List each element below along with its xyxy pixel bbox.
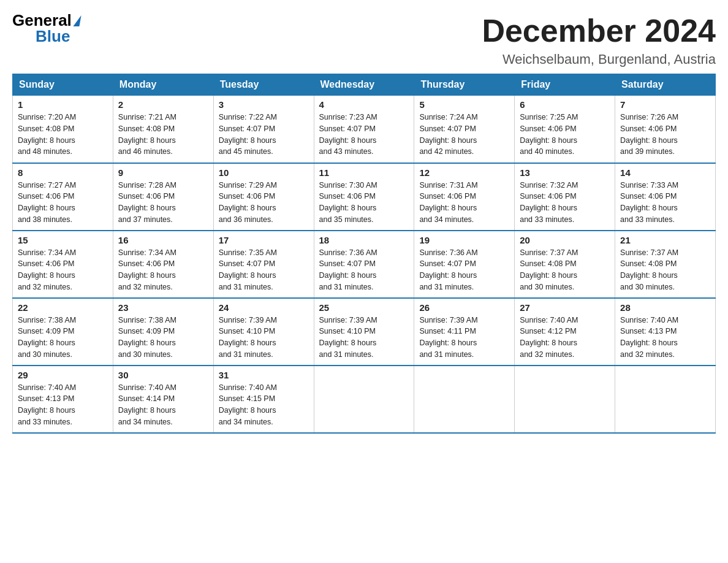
calendar-cell: 26 Sunrise: 7:39 AMSunset: 4:11 PMDaylig… — [414, 298, 515, 366]
calendar-cell: 11 Sunrise: 7:30 AMSunset: 4:06 PMDaylig… — [314, 163, 414, 231]
calendar-cell: 19 Sunrise: 7:36 AMSunset: 4:07 PMDaylig… — [414, 231, 515, 298]
day-number: 26 — [419, 302, 509, 313]
day-info: Sunrise: 7:22 AMSunset: 4:07 PMDaylight:… — [219, 112, 309, 158]
day-number: 20 — [520, 235, 610, 245]
day-info: Sunrise: 7:20 AMSunset: 4:08 PMDaylight:… — [18, 112, 108, 158]
col-header-monday: Monday — [113, 74, 213, 96]
day-number: 5 — [419, 99, 509, 110]
day-number: 7 — [620, 99, 710, 110]
calendar-week-row: 22 Sunrise: 7:38 AMSunset: 4:09 PMDaylig… — [13, 298, 716, 366]
day-number: 16 — [118, 235, 208, 245]
logo-blue-text: Blue — [36, 28, 70, 44]
calendar-cell: 28 Sunrise: 7:40 AMSunset: 4:13 PMDaylig… — [615, 298, 716, 366]
calendar-week-row: 15 Sunrise: 7:34 AMSunset: 4:06 PMDaylig… — [13, 231, 716, 298]
day-info: Sunrise: 7:40 AMSunset: 4:14 PMDaylight:… — [118, 382, 208, 428]
calendar-cell — [314, 366, 414, 433]
day-number: 8 — [18, 167, 108, 178]
day-number: 4 — [319, 99, 409, 110]
day-info: Sunrise: 7:35 AMSunset: 4:07 PMDaylight:… — [219, 247, 309, 293]
day-number: 24 — [219, 302, 309, 313]
day-info: Sunrise: 7:21 AMSunset: 4:08 PMDaylight:… — [118, 112, 208, 158]
calendar-cell: 20 Sunrise: 7:37 AMSunset: 4:08 PMDaylig… — [515, 231, 615, 298]
day-info: Sunrise: 7:25 AMSunset: 4:06 PMDaylight:… — [520, 112, 610, 158]
day-info: Sunrise: 7:28 AMSunset: 4:06 PMDaylight:… — [118, 180, 208, 226]
day-number: 30 — [118, 370, 208, 380]
calendar-cell: 1 Sunrise: 7:20 AMSunset: 4:08 PMDayligh… — [13, 96, 113, 163]
day-number: 29 — [18, 370, 108, 380]
calendar-cell: 29 Sunrise: 7:40 AMSunset: 4:13 PMDaylig… — [13, 366, 113, 433]
day-info: Sunrise: 7:30 AMSunset: 4:06 PMDaylight:… — [319, 180, 409, 226]
day-info: Sunrise: 7:37 AMSunset: 4:08 PMDaylight:… — [620, 247, 710, 293]
calendar-cell: 12 Sunrise: 7:31 AMSunset: 4:06 PMDaylig… — [414, 163, 515, 231]
calendar-cell: 14 Sunrise: 7:33 AMSunset: 4:06 PMDaylig… — [615, 163, 716, 231]
calendar-cell: 25 Sunrise: 7:39 AMSunset: 4:10 PMDaylig… — [314, 298, 414, 366]
day-info: Sunrise: 7:40 AMSunset: 4:13 PMDaylight:… — [620, 315, 710, 361]
day-number: 6 — [520, 99, 610, 110]
day-info: Sunrise: 7:26 AMSunset: 4:06 PMDaylight:… — [620, 112, 710, 158]
calendar-cell: 21 Sunrise: 7:37 AMSunset: 4:08 PMDaylig… — [615, 231, 716, 298]
calendar-cell: 24 Sunrise: 7:39 AMSunset: 4:10 PMDaylig… — [213, 298, 314, 366]
calendar-cell: 9 Sunrise: 7:28 AMSunset: 4:06 PMDayligh… — [113, 163, 213, 231]
calendar-cell — [414, 366, 515, 433]
calendar-week-row: 8 Sunrise: 7:27 AMSunset: 4:06 PMDayligh… — [13, 163, 716, 231]
month-title: December 2024 — [482, 12, 716, 49]
day-info: Sunrise: 7:36 AMSunset: 4:07 PMDaylight:… — [319, 247, 409, 293]
day-number: 19 — [419, 235, 509, 245]
calendar-cell: 7 Sunrise: 7:26 AMSunset: 4:06 PMDayligh… — [615, 96, 716, 163]
day-info: Sunrise: 7:27 AMSunset: 4:06 PMDaylight:… — [18, 180, 108, 226]
day-info: Sunrise: 7:37 AMSunset: 4:08 PMDaylight:… — [520, 247, 610, 293]
location-subtitle: Weichselbaum, Burgenland, Austria — [482, 52, 716, 67]
day-info: Sunrise: 7:38 AMSunset: 4:09 PMDaylight:… — [118, 315, 208, 361]
day-number: 9 — [118, 167, 208, 178]
calendar-cell: 31 Sunrise: 7:40 AMSunset: 4:15 PMDaylig… — [213, 366, 314, 433]
col-header-friday: Friday — [515, 74, 615, 96]
day-info: Sunrise: 7:40 AMSunset: 4:13 PMDaylight:… — [18, 382, 108, 428]
calendar-cell: 5 Sunrise: 7:24 AMSunset: 4:07 PMDayligh… — [414, 96, 515, 163]
calendar-week-row: 1 Sunrise: 7:20 AMSunset: 4:08 PMDayligh… — [13, 96, 716, 163]
day-number: 15 — [18, 235, 108, 245]
logo-general-text: General — [12, 12, 72, 28]
day-number: 1 — [18, 99, 108, 110]
calendar-cell: 3 Sunrise: 7:22 AMSunset: 4:07 PMDayligh… — [213, 96, 314, 163]
calendar-cell: 17 Sunrise: 7:35 AMSunset: 4:07 PMDaylig… — [213, 231, 314, 298]
day-info: Sunrise: 7:29 AMSunset: 4:06 PMDaylight:… — [219, 180, 309, 226]
calendar-cell: 8 Sunrise: 7:27 AMSunset: 4:06 PMDayligh… — [13, 163, 113, 231]
day-info: Sunrise: 7:31 AMSunset: 4:06 PMDaylight:… — [419, 180, 509, 226]
col-header-wednesday: Wednesday — [314, 74, 414, 96]
calendar-cell: 16 Sunrise: 7:34 AMSunset: 4:06 PMDaylig… — [113, 231, 213, 298]
logo-triangle-icon — [73, 15, 81, 26]
day-number: 28 — [620, 302, 710, 313]
calendar-cell: 15 Sunrise: 7:34 AMSunset: 4:06 PMDaylig… — [13, 231, 113, 298]
col-header-sunday: Sunday — [13, 74, 113, 96]
calendar-table: SundayMondayTuesdayWednesdayThursdayFrid… — [12, 74, 716, 434]
day-info: Sunrise: 7:24 AMSunset: 4:07 PMDaylight:… — [419, 112, 509, 158]
day-info: Sunrise: 7:32 AMSunset: 4:06 PMDaylight:… — [520, 180, 610, 226]
page-header: General Blue December 2024 Weichselbaum,… — [12, 12, 716, 67]
day-number: 25 — [319, 302, 409, 313]
day-number: 2 — [118, 99, 208, 110]
calendar-cell: 30 Sunrise: 7:40 AMSunset: 4:14 PMDaylig… — [113, 366, 213, 433]
calendar-cell: 27 Sunrise: 7:40 AMSunset: 4:12 PMDaylig… — [515, 298, 615, 366]
calendar-cell: 10 Sunrise: 7:29 AMSunset: 4:06 PMDaylig… — [213, 163, 314, 231]
day-info: Sunrise: 7:39 AMSunset: 4:10 PMDaylight:… — [319, 315, 409, 361]
day-number: 14 — [620, 167, 710, 178]
day-number: 12 — [419, 167, 509, 178]
calendar-cell: 22 Sunrise: 7:38 AMSunset: 4:09 PMDaylig… — [13, 298, 113, 366]
day-number: 31 — [219, 370, 309, 380]
calendar-cell: 18 Sunrise: 7:36 AMSunset: 4:07 PMDaylig… — [314, 231, 414, 298]
day-info: Sunrise: 7:34 AMSunset: 4:06 PMDaylight:… — [18, 247, 108, 293]
day-info: Sunrise: 7:34 AMSunset: 4:06 PMDaylight:… — [118, 247, 208, 293]
col-header-thursday: Thursday — [414, 74, 515, 96]
day-number: 27 — [520, 302, 610, 313]
day-info: Sunrise: 7:38 AMSunset: 4:09 PMDaylight:… — [18, 315, 108, 361]
logo: General Blue — [12, 12, 80, 44]
calendar-header-row: SundayMondayTuesdayWednesdayThursdayFrid… — [13, 74, 716, 96]
day-info: Sunrise: 7:40 AMSunset: 4:12 PMDaylight:… — [520, 315, 610, 361]
title-block: December 2024 Weichselbaum, Burgenland, … — [482, 12, 716, 67]
day-info: Sunrise: 7:39 AMSunset: 4:11 PMDaylight:… — [419, 315, 509, 361]
day-info: Sunrise: 7:39 AMSunset: 4:10 PMDaylight:… — [219, 315, 309, 361]
calendar-week-row: 29 Sunrise: 7:40 AMSunset: 4:13 PMDaylig… — [13, 366, 716, 433]
calendar-cell: 4 Sunrise: 7:23 AMSunset: 4:07 PMDayligh… — [314, 96, 414, 163]
calendar-cell: 6 Sunrise: 7:25 AMSunset: 4:06 PMDayligh… — [515, 96, 615, 163]
calendar-cell — [515, 366, 615, 433]
